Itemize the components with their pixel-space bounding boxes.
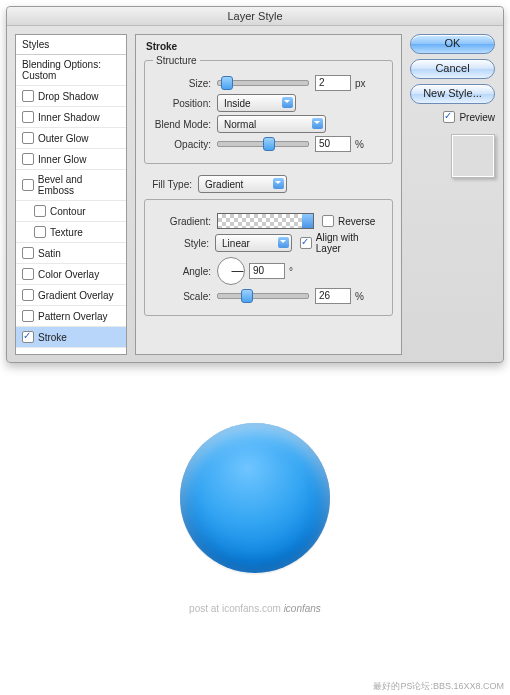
align-checkbox[interactable] [300,237,312,249]
style-checkbox[interactable] [22,268,34,280]
opacity-label: Opacity: [153,139,211,150]
preview-checkbox[interactable] [443,111,455,123]
style-row-pattern-overlay[interactable]: Pattern Overlay [16,306,126,327]
blending-options-row[interactable]: Blending Options: Custom [16,55,126,86]
style-row-bevel-and-emboss[interactable]: Bevel and Emboss [16,170,126,201]
style-label: Outer Glow [38,133,89,144]
style-label: Drop Shadow [38,91,99,102]
style-checkbox[interactable] [22,331,34,343]
style-row-contour[interactable]: Contour [16,201,126,222]
style-checkbox[interactable] [34,205,46,217]
panel-title: Stroke [146,41,393,52]
angle-label: Angle: [153,266,211,277]
style-checkbox[interactable] [22,289,34,301]
gradient-picker[interactable] [217,213,314,229]
stroke-panel: Stroke Structure Size: 2 px Position: In… [135,34,402,355]
scale-input[interactable]: 26 [315,288,351,304]
styles-header[interactable]: Styles [16,35,126,55]
style-label: Inner Glow [38,154,86,165]
cancel-button[interactable]: Cancel [410,59,495,79]
fill-group: Gradient: Reverse Style: Linear Align wi… [144,199,393,316]
action-column: OK Cancel New Style... Preview [410,34,495,355]
style-label: Texture [50,227,83,238]
gradient-label: Gradient: [153,216,211,227]
styles-list: Styles Blending Options: Custom Drop Sha… [15,34,127,355]
style-label: Satin [38,248,61,259]
style-row-inner-shadow[interactable]: Inner Shadow [16,107,126,128]
style-checkbox[interactable] [22,179,34,191]
style-row-color-overlay[interactable]: Color Overlay [16,264,126,285]
style-label: Gradient Overlay [38,290,114,301]
style-row-satin[interactable]: Satin [16,243,126,264]
style-row-stroke[interactable]: Stroke [16,327,126,348]
reverse-checkbox[interactable] [322,215,334,227]
style-label: Contour [50,206,86,217]
scale-slider[interactable] [217,293,309,299]
dialog-title: Layer Style [7,7,503,26]
style-label: Bevel and Emboss [38,174,120,196]
position-label: Position: [153,98,211,109]
position-select[interactable]: Inside [217,94,296,112]
scale-label: Scale: [153,291,211,302]
new-style-button[interactable]: New Style... [410,84,495,104]
blend-mode-select[interactable]: Normal [217,115,326,133]
size-label: Size: [153,78,211,89]
style-label: Inner Shadow [38,112,100,123]
angle-input[interactable]: 90 [249,263,285,279]
credit-line: post at iconfans.com iconfans [0,603,510,614]
style-checkbox[interactable] [34,226,46,238]
style-checkbox[interactable] [22,153,34,165]
blend-mode-label: Blend Mode: [153,119,211,130]
style-label: Style: [153,238,209,249]
size-input[interactable]: 2 [315,75,351,91]
result-sphere [180,423,330,573]
style-checkbox[interactable] [22,111,34,123]
reverse-label: Reverse [338,216,375,227]
align-label: Align with Layer [316,232,384,254]
style-row-outer-glow[interactable]: Outer Glow [16,128,126,149]
style-row-gradient-overlay[interactable]: Gradient Overlay [16,285,126,306]
angle-dial[interactable] [217,257,245,285]
style-row-inner-glow[interactable]: Inner Glow [16,149,126,170]
style-checkbox[interactable] [22,90,34,102]
style-checkbox[interactable] [22,132,34,144]
preview-label: Preview [459,112,495,123]
style-checkbox[interactable] [22,310,34,322]
ok-button[interactable]: OK [410,34,495,54]
style-label: Pattern Overlay [38,311,107,322]
style-label: Color Overlay [38,269,99,280]
style-label: Stroke [38,332,67,343]
preview-swatch [451,134,495,178]
style-checkbox[interactable] [22,247,34,259]
layer-style-dialog: Layer Style Styles Blending Options: Cus… [6,6,504,363]
opacity-input[interactable]: 50 [315,136,351,152]
style-select[interactable]: Linear [215,234,292,252]
size-slider[interactable] [217,80,309,86]
fill-type-label: Fill Type: [144,179,192,190]
fill-type-select[interactable]: Gradient [198,175,287,193]
structure-group: Structure Size: 2 px Position: Inside Bl… [144,55,393,164]
style-row-texture[interactable]: Texture [16,222,126,243]
opacity-slider[interactable] [217,141,309,147]
style-row-drop-shadow[interactable]: Drop Shadow [16,86,126,107]
